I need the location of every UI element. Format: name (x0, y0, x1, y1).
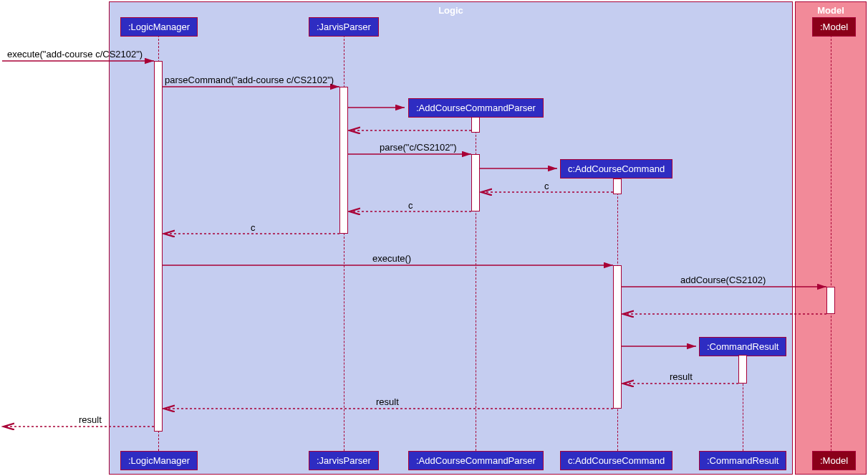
msg-parse: parse("c/CS2102") (380, 142, 457, 153)
msg-c-1: c (544, 181, 549, 191)
msg-addcourse: addCourse(CS2102) (680, 275, 766, 285)
participant-addcmd-bot: c:AddCourseCommand (560, 451, 672, 470)
frame-logic: Logic (109, 1, 793, 475)
msg-execute1: execute("add-course c/CS2102") (7, 49, 143, 60)
msg-parsecommand: parseCommand("add-course c/CS2102") (165, 75, 334, 85)
activation-logicmanager (154, 61, 163, 432)
frame-logic-label: Logic (110, 2, 792, 17)
participant-addparser-top: :AddCourseCommandParser (408, 98, 544, 118)
participant-cmdresult-bot: :CommandResult (699, 451, 786, 470)
participant-addcmd-top: c:AddCourseCommand (560, 159, 672, 178)
participant-cmdresult-top: :CommandResult (699, 337, 786, 356)
participant-logicmanager-bot: :LogicManager (120, 451, 198, 470)
participant-jarvisparser-bot: :JarvisParser (309, 451, 379, 470)
participant-jarvisparser-top: :JarvisParser (309, 17, 379, 37)
activation-model (826, 287, 835, 314)
participant-logicmanager-top: :LogicManager (120, 17, 198, 37)
participant-addparser-bot: :AddCourseCommandParser (408, 451, 544, 470)
activation-addcmd-create (613, 178, 622, 194)
msg-result-3: result (79, 414, 102, 425)
frame-model-label: Model (796, 2, 866, 17)
participant-model-bot: :Model (812, 451, 856, 470)
msg-execute2: execute() (372, 253, 411, 264)
msg-result-2: result (376, 396, 399, 407)
activation-addparser-parse (471, 154, 480, 211)
activation-addcmd-exec (613, 265, 622, 409)
msg-c-3: c (251, 222, 256, 233)
msg-c-2: c (408, 200, 413, 211)
msg-result-1: result (670, 371, 693, 382)
participant-model-top: :Model (812, 17, 856, 37)
activation-jarvisparser (339, 87, 348, 234)
activation-cmdresult (738, 355, 747, 384)
activation-addparser-create (471, 117, 480, 133)
lifeline-model (831, 35, 831, 451)
